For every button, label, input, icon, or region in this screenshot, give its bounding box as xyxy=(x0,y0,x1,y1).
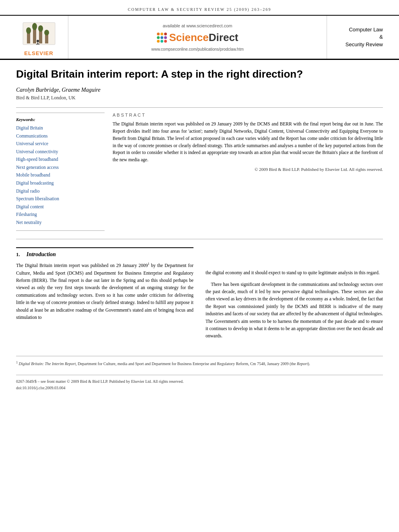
keywords-abstract-row: Keywords: Digital Britain Communications… xyxy=(16,113,383,231)
keyword-high-speed-broadband[interactable]: High-speed broadband xyxy=(16,156,105,164)
publisher-row: ELSEVIER available at www.sciencedirect.… xyxy=(0,16,399,60)
section-title: Introduction xyxy=(27,251,56,258)
sciencedirect-logo: ScienceDirect xyxy=(157,31,239,44)
abstract-text: The Digital Britain interim report was p… xyxy=(113,121,383,164)
keywords-column: Keywords: Digital Britain Communications… xyxy=(16,113,105,231)
section-number: 1. xyxy=(16,251,20,258)
main-content: 1. Introduction The Digital Britain inte… xyxy=(16,247,383,344)
svg-point-5 xyxy=(26,27,31,34)
article-authors: Carolyn Burbridge, Graeme Maguire xyxy=(16,87,383,93)
column-left: 1. Introduction The Digital Britain inte… xyxy=(16,247,193,344)
keywords-label: Keywords: xyxy=(16,117,105,122)
section-1-left-text: The Digital Britain interim report was p… xyxy=(16,262,193,321)
footer-bottom: 0267-3649/$ – see front matter © 2009 Bi… xyxy=(16,375,383,391)
elsevier-container: ELSEVIER xyxy=(21,18,57,56)
elsevier-label: ELSEVIER xyxy=(24,50,53,56)
journal-name-line1: Computer Law xyxy=(349,26,383,33)
article-affiliation: Bird & Bird LLP, London, UK xyxy=(16,95,383,101)
keyword-digital-broadcasting[interactable]: Digital broadcasting xyxy=(16,179,105,187)
abstract-label: ABSTRACT xyxy=(113,113,383,117)
keyword-filesharing[interactable]: Filesharing xyxy=(16,211,105,219)
svg-point-7 xyxy=(38,25,43,32)
svg-point-9 xyxy=(37,40,39,42)
website-url: www.compseconline.com/publications/prodc… xyxy=(151,47,244,51)
elsevier-tree-icon xyxy=(21,18,57,49)
section-1-right-text-2: There has been significant development i… xyxy=(206,281,383,340)
sd-dots-icon xyxy=(157,33,167,43)
sciencedirect-text: ScienceDirect xyxy=(169,31,239,44)
keyword-communications[interactable]: Communications xyxy=(16,132,105,140)
journal-header: COMPUTER LAW & SECURITY REVIEW 25 (2009)… xyxy=(0,0,399,16)
divider-1 xyxy=(16,107,383,108)
publisher-center: available at www.sciencedirect.com xyxy=(68,16,327,59)
abstract-column: ABSTRACT The Digital Britain interim rep… xyxy=(113,113,383,231)
footer-license: 0267-3649/$ – see front matter © 2009 Bi… xyxy=(16,378,383,385)
footer-doi: doi:10.1016/j.clsr.2009.03.004 xyxy=(16,385,383,391)
divider-2 xyxy=(16,239,383,239)
journal-name-box: Computer Law & Security Review xyxy=(327,16,383,59)
keyword-digital-content[interactable]: Digital content xyxy=(16,203,105,211)
article-body: Digital Britain interim report: A step i… xyxy=(0,60,399,403)
keyword-next-generation-access[interactable]: Next generation access xyxy=(16,164,105,172)
keyword-spectrum-liberalisation[interactable]: Spectrum liberalisation xyxy=(16,195,105,203)
column-right: the digital economy and it should expect… xyxy=(206,247,383,344)
journal-name-line2: & xyxy=(379,33,383,41)
section-1-right-text-1: the digital economy and it should expect… xyxy=(206,269,383,276)
journal-name-line3: Security Review xyxy=(346,41,383,48)
keyword-net-neutrality[interactable]: Net neutrality xyxy=(16,219,105,227)
keyword-digital-britain[interactable]: Digital Britain xyxy=(16,124,105,132)
article-title: Digital Britain interim report: A step i… xyxy=(16,68,383,80)
footnote-1: 1 Digital Britain: The Interim Report, D… xyxy=(16,360,383,367)
keyword-mobile-broadband[interactable]: Mobile broadband xyxy=(16,171,105,179)
section-1-heading: 1. Introduction xyxy=(16,247,193,258)
keyword-universal-connectivity[interactable]: Universal connectivity xyxy=(16,148,105,156)
available-at-text: available at www.sciencedirect.com xyxy=(162,23,232,28)
abstract-copyright: © 2009 Bird & Bird LLP. Published by Els… xyxy=(113,167,383,172)
svg-point-8 xyxy=(44,30,49,35)
footer-area: 1 Digital Britain: The Interim Report, D… xyxy=(16,356,383,367)
journal-citation: COMPUTER LAW & SECURITY REVIEW 25 (2009)… xyxy=(128,7,271,12)
publisher-logo: ELSEVIER xyxy=(16,16,68,59)
keyword-universal-service[interactable]: Universal service xyxy=(16,140,105,148)
svg-point-6 xyxy=(32,23,37,30)
keyword-digital-radio[interactable]: Digital radio xyxy=(16,187,105,195)
